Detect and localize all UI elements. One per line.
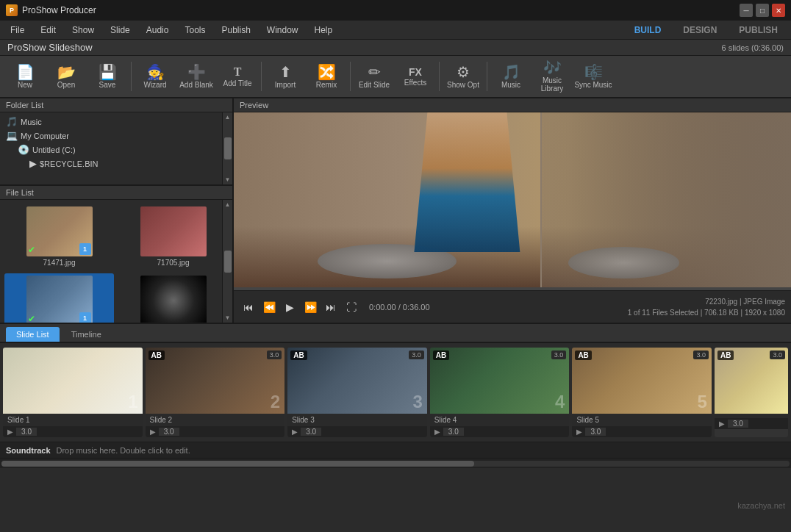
slide-duration-input[interactable] [301,428,321,436]
toolbar-add-title-button[interactable]: T Add Title [218,58,257,95]
slide-play-button[interactable]: ▶ [576,428,582,436]
toolbar-add-blank-button[interactable]: ➕ Add Blank [177,58,215,95]
menu-edit[interactable]: Edit [33,24,63,37]
slide-thumbnail: AB 3.0 5 [572,348,712,414]
mode-build-button[interactable]: BUILD [624,23,672,37]
slide-play-button[interactable]: ▶ [7,428,13,436]
tab-timeline[interactable]: Timeline [61,327,112,342]
horizontal-scrollbar[interactable] [0,458,791,468]
scroll-track[interactable] [1,461,790,467]
toolbar-new-button[interactable]: 📄 New [6,58,44,95]
title-bar-left: P ProShow Producer [6,4,96,16]
menu-publish[interactable]: Publish [214,24,257,37]
file-item[interactable]: ✔ 1 72230.jpg [4,273,114,323]
scroll-thumb[interactable] [224,137,232,159]
slide-item[interactable]: AB 3.0 2 Slide 2 ▶ [146,348,285,437]
transport-play-button[interactable]: ▶ [281,298,298,316]
transport-fullscreen-button[interactable]: ⛶ [343,298,360,316]
menu-tools[interactable]: Tools [177,24,212,37]
slide-duration-input[interactable] [585,428,606,436]
folder-item-music-label: Music [21,118,42,126]
sync-music-icon: 🎼 [584,65,603,79]
slide-label: Slide 4 [434,416,457,424]
folder-item-music[interactable]: 🎵 Music [3,115,229,129]
file-info-details: 1 of 11 Files Selected | 706.18 KB | 192… [628,307,785,318]
slide-duration-input[interactable] [443,428,464,436]
file-grid: ✔ 1 71471.jpg 71705.jpg ✔ 1 [4,204,228,323]
slide-duration-input[interactable] [159,428,179,436]
toolbar-edit-slide-button[interactable]: ✏ Edit Slide [355,58,393,95]
slide-ab-badge: AB [433,351,449,360]
slide-item[interactable]: AB 3.0 3 Slide 3 ▶ [287,348,427,437]
menu-audio[interactable]: Audio [139,24,176,37]
transport-start-button[interactable]: ⏮ [240,298,257,316]
scroll-down-arrow[interactable]: ▼ [225,176,231,183]
slide-duration-input[interactable] [16,428,37,436]
slide-thumbnail: 1 [3,348,143,414]
slide-tabs: Slide List Timeline [0,324,791,343]
folder-item-mycomputer[interactable]: 💻 My Computer [3,129,229,143]
slide-play-button[interactable]: ▶ [150,428,156,436]
folder-scrollbar[interactable]: ▲ ▼ [222,112,232,184]
slide-play-row: ▶ [287,426,427,437]
scroll-up-arrow[interactable]: ▲ [225,114,231,121]
folder-item-recycle[interactable]: ▶ $RECYCLE.BIN [3,157,229,170]
toolbar-music-library-button[interactable]: 🎶 Music Library [533,58,571,95]
slide-duration-badge: 3.0 [551,351,567,359]
file-scroll-up[interactable]: ▲ [225,201,231,208]
toolbar-wizard-button[interactable]: 🧙 Wizard [136,58,174,95]
file-item[interactable]: 72260.jpg [118,273,228,323]
transport-end-button[interactable]: ⏭ [322,298,340,316]
tab-slide-list[interactable]: Slide List [6,327,60,342]
watermark: kazachya.net [737,501,785,510]
slide-label: Slide 5 [576,416,599,424]
left-panel: Folder List 🎵 Music 💻 My Computer 💿 Unti… [0,98,234,323]
new-icon: 📄 [16,65,35,79]
mode-design-button[interactable]: DESIGN [673,23,727,37]
transport-next-button[interactable]: ⏩ [301,298,319,316]
folder-item-c[interactable]: 💿 Untitled (C:) [3,143,229,157]
slide-play-button[interactable]: ▶ [292,428,298,436]
slide-item[interactable]: AB 3.0 5 Slide 5 ▶ [572,348,712,437]
slide-number: 4 [555,393,565,411]
menu-show[interactable]: Show [65,24,101,37]
toolbar-sync-music-button[interactable]: 🎼 Sync Music [574,58,612,95]
toolbar-effects-button[interactable]: FX Effects [396,58,434,95]
toolbar-sep-3 [350,62,351,91]
slide-play-button[interactable]: ▶ [434,428,440,436]
slide-duration-input[interactable] [728,420,748,428]
toolbar-remix-button[interactable]: 🔀 Remix [307,58,346,95]
toolbar-save-button[interactable]: 💾 Save [88,58,126,95]
scroll-thumb[interactable] [1,461,474,467]
toolbar-music-button[interactable]: 🎵 Music [492,58,530,95]
file-scroll-thumb[interactable] [224,251,232,273]
slide-item[interactable]: 1 Slide 1 ▶ [3,348,143,437]
mode-publish-button[interactable]: PUBLISH [729,23,788,37]
slide-item[interactable]: AB 3.0 ▶ [715,348,788,437]
minimize-button[interactable]: ─ [740,4,753,17]
file-scroll-down[interactable]: ▼ [225,314,231,321]
file-list-scrollbar[interactable]: ▲ ▼ [222,200,232,323]
seekbar[interactable] [234,287,791,290]
menu-help[interactable]: Help [307,24,340,37]
edit-slide-icon: ✏ [368,65,381,79]
menu-slide[interactable]: Slide [103,24,137,37]
toolbar-import-button[interactable]: ⬆ Import [266,58,304,95]
menu-window[interactable]: Window [260,24,306,37]
recycle-bin-icon: ▶ [29,158,37,169]
toolbar-open-button[interactable]: 📂 Open [47,58,85,95]
app-title: ProShow Producer [22,5,96,15]
slide-ab-badge: AB [290,351,307,360]
slide-play-button[interactable]: ▶ [719,420,725,428]
menu-file[interactable]: File [3,24,32,37]
toolbar-show-opt-button[interactable]: ⚙ Show Opt [444,58,482,95]
toolbar-save-label: Save [99,81,116,89]
file-item[interactable]: 71705.jpg [118,204,228,269]
maximize-button[interactable]: □ [756,4,769,17]
slide-number: 2 [271,393,280,411]
slide-item[interactable]: AB 3.0 4 Slide 4 ▶ [430,348,570,437]
close-button[interactable]: ✕ [772,4,785,17]
transport-prev-button[interactable]: ⏪ [260,298,278,316]
file-info: 72230.jpg | JPEG Image 1 of 11 Files Sel… [628,296,785,318]
file-item[interactable]: ✔ 1 71471.jpg [4,204,114,269]
